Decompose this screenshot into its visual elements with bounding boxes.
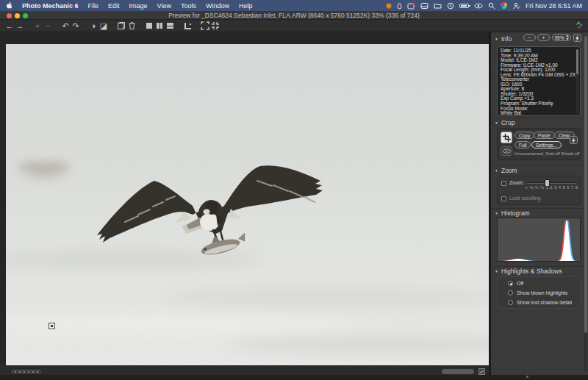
- crop-guides-button[interactable]: [182, 21, 193, 31]
- highlights-header-label: Highlights & Shadows: [501, 268, 562, 275]
- preview-toolbar: ← → + − ↶ ↷ ◑ ◪: [0, 20, 588, 32]
- radio-indicator: [508, 281, 513, 286]
- crop-full-button[interactable]: Full: [514, 141, 531, 148]
- menu-edit[interactable]: Edit: [108, 2, 120, 10]
- menu-view[interactable]: View: [157, 2, 171, 10]
- zoom-group-box: Zoom: ∝⅛ ¼½ 12 34 56 78 Lock scrolling: [497, 176, 581, 205]
- window-title: Preview for _DSC4624 Sebastian Inlet, FL…: [0, 12, 588, 19]
- contrast-button[interactable]: ◑: [88, 21, 98, 31]
- info-scrollbar[interactable]: [576, 49, 578, 114]
- histogram-plot: [497, 218, 581, 262]
- menu-image[interactable]: Image: [129, 2, 148, 10]
- image-viewport[interactable]: [6, 44, 489, 365]
- fullscreen-button[interactable]: [200, 21, 210, 31]
- crop-group-box: Copy Paste Clear Full Settings... Uncons…: [497, 128, 581, 160]
- crop-header-label: Crop: [501, 119, 514, 126]
- surf-blur: [6, 315, 359, 337]
- orange-circle-icon[interactable]: [386, 1, 392, 10]
- menu-app-name[interactable]: Photo Mechanic 6: [22, 2, 79, 10]
- zoom-out-button[interactable]: −: [43, 21, 53, 31]
- next-image-button[interactable]: →: [15, 21, 25, 31]
- resize-grip[interactable]: [526, 376, 528, 378]
- folder-icon[interactable]: [434, 1, 442, 10]
- copy-icon: [118, 22, 125, 29]
- info-flash-button[interactable]: [573, 34, 581, 42]
- search-icon[interactable]: [488, 1, 495, 10]
- font-larger-button[interactable]: +: [537, 34, 550, 41]
- drive-icon[interactable]: [420, 1, 429, 10]
- radio-option-blown-highlights[interactable]: Show blown highlights: [508, 290, 567, 295]
- view-single-button[interactable]: [144, 21, 154, 31]
- rotate-cw-button[interactable]: ↷: [71, 21, 81, 31]
- view-rows-button[interactable]: [165, 21, 175, 31]
- color-wheel-icon[interactable]: [501, 1, 507, 10]
- previous-image-button[interactable]: ←: [4, 21, 15, 31]
- menu-bar: Photo Mechanic 6 File Edit Image View To…: [0, 0, 588, 11]
- window-bottom-frame: [0, 375, 588, 380]
- menu-file[interactable]: File: [88, 2, 99, 10]
- crop-settings-button[interactable]: Settings...: [531, 141, 562, 148]
- crop-ruler-icon: [184, 23, 191, 29]
- scroll-lock-toggle[interactable]: [478, 368, 485, 375]
- radio-option-off[interactable]: Off: [508, 281, 523, 286]
- histogram-panel: [491, 208, 584, 267]
- exif-info-box[interactable]: Date: 11/11/25 Time: 9:39:20 AM Model: I…: [497, 46, 581, 116]
- crop-tool-button[interactable]: [501, 132, 512, 143]
- background-blur-smudge: [28, 171, 60, 178]
- info-zoom-stepper[interactable]: 95%: [552, 34, 571, 41]
- window-title-bar: Preview for _DSC4624 Sebastian Inlet, FL…: [0, 11, 588, 20]
- lightning-icon: [576, 35, 579, 41]
- sidebar-scrollbar[interactable]: [584, 35, 587, 372]
- stacked-pane-icon: [167, 23, 173, 29]
- crop-preview-eye-button[interactable]: [501, 146, 512, 156]
- menu-window[interactable]: Window: [206, 2, 229, 10]
- view-split-button[interactable]: [154, 21, 165, 31]
- photo-mechanic-screen: Photo Mechanic 6 File Edit Image View To…: [0, 0, 588, 380]
- crop-section-header[interactable]: ▼ Crop: [491, 118, 584, 126]
- apple-menu-icon[interactable]: [6, 1, 12, 10]
- menubar-clock[interactable]: Fri Nov 28 6:51 AM: [526, 2, 582, 10]
- menu-help[interactable]: Help: [239, 2, 253, 10]
- zoom-section-header[interactable]: ▼ Zoom: [491, 165, 584, 174]
- eye-icon[interactable]: [474, 1, 483, 10]
- collapse-triangle-icon: ▼: [495, 168, 498, 173]
- radio-label: Off: [517, 281, 523, 286]
- collapse-triangle-icon: ▼: [495, 37, 498, 41]
- inspector-sidebar: ▼ Info − + 95% Date: 11/11/25 Time: 9:39…: [491, 32, 588, 375]
- horizontal-scrollbar[interactable]: [442, 369, 474, 374]
- star-rating-widget[interactable]: [10, 368, 43, 375]
- rotate-ccw-button[interactable]: ↶: [60, 21, 71, 31]
- radio-option-lost-shadow[interactable]: Show lost shadow detail: [508, 300, 572, 305]
- red-badge-icon[interactable]: [407, 1, 415, 10]
- lock-scrolling-checkbox[interactable]: [501, 196, 506, 201]
- battery-icon[interactable]: [459, 1, 469, 10]
- copy-button[interactable]: [116, 21, 126, 31]
- crop-status-text: Unconstrained, Grid off Shield off: [514, 151, 579, 156]
- radio-label: Show blown highlights: [517, 290, 567, 295]
- user-icon[interactable]: [512, 1, 520, 10]
- font-smaller-button[interactable]: −: [523, 34, 536, 41]
- crop-flash-button[interactable]: [570, 136, 578, 144]
- preview-adjust-button[interactable]: ◪: [98, 21, 109, 31]
- exit-fullscreen-button[interactable]: [210, 21, 220, 31]
- status-bar: [0, 365, 489, 375]
- eye-icon: [503, 148, 511, 154]
- drop-icon[interactable]: [397, 1, 402, 10]
- clock-icon[interactable]: [447, 1, 454, 10]
- zoom-in-button[interactable]: +: [32, 21, 43, 31]
- delete-button[interactable]: [126, 21, 137, 31]
- zoom-checkbox[interactable]: [501, 181, 506, 186]
- photo-mechanic-logo-icon: [574, 19, 584, 32]
- crop-paste-button[interactable]: Paste: [534, 132, 555, 139]
- two-pane-icon: [157, 23, 162, 29]
- highlights-section-header[interactable]: ▼ Highlights & Shadows: [491, 266, 584, 275]
- lock-scrolling-label: Lock scrolling: [509, 196, 540, 201]
- zoom-checkbox-label: Zoom:: [509, 180, 524, 185]
- crop-icon: [503, 134, 511, 142]
- crop-copy-button[interactable]: Copy: [514, 132, 534, 139]
- radio-indicator: [508, 290, 513, 295]
- menu-tools[interactable]: Tools: [181, 2, 196, 10]
- zoom-tick-labels: ∝⅛ ¼½ 12 34 56 78: [525, 185, 578, 190]
- zoom-slider-track[interactable]: [527, 182, 576, 184]
- stepper-arrows-icon: [566, 35, 569, 40]
